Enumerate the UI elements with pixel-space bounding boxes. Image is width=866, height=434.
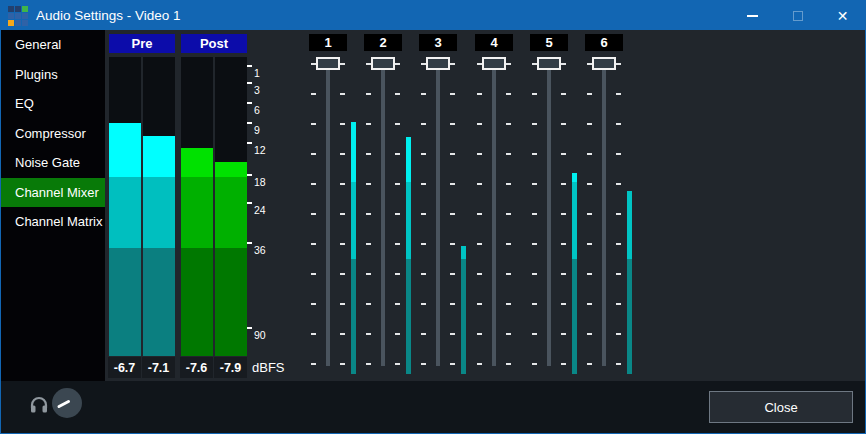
channel-header-1: 1: [309, 34, 347, 51]
channel-meter-segment: [461, 246, 466, 259]
channel-meter-segment: [627, 259, 632, 374]
slider-tick: [366, 153, 371, 155]
slider-tick: [421, 243, 426, 245]
close-window-button[interactable]: ✕: [820, 1, 865, 30]
headphones-volume-knob[interactable]: [52, 388, 82, 418]
slider-tick: [340, 243, 345, 245]
slider-tick: [421, 123, 426, 125]
sidebar-item-plugins[interactable]: Plugins: [1, 60, 105, 90]
slider-tick: [506, 93, 511, 95]
slider-tick: [421, 363, 426, 365]
slider-tick: [311, 123, 316, 125]
close-button[interactable]: Close: [709, 391, 853, 423]
channel-slider-track[interactable]: [602, 59, 606, 366]
slider-tick: [587, 153, 592, 155]
scale-tick: [247, 174, 252, 176]
channel-slider-handle[interactable]: [482, 57, 506, 70]
slider-tick: [366, 183, 371, 185]
scale-tick-label: 1: [254, 67, 260, 79]
slider-tick: [506, 183, 511, 185]
channel-slider-handle[interactable]: [426, 57, 450, 70]
slider-tick: [395, 63, 400, 65]
slider-tick: [450, 333, 455, 335]
slider-tick: [561, 333, 566, 335]
slider-tick: [506, 213, 511, 215]
minimize-button[interactable]: [730, 1, 775, 30]
sidebar-item-channel-matrix[interactable]: Channel Matrix: [1, 207, 105, 237]
headphones-icon[interactable]: [29, 394, 49, 414]
slider-tick: [506, 63, 511, 65]
channel-meter-segment: [351, 122, 356, 182]
channel-header-6: 6: [585, 34, 623, 51]
meter-unit-label: dBFS: [252, 360, 285, 375]
channel-header-2: 2: [364, 34, 402, 51]
meter-bar-segment: [109, 177, 141, 248]
slider-tick: [506, 363, 511, 365]
slider-tick: [587, 303, 592, 305]
channel-slider-handle[interactable]: [316, 57, 340, 70]
slider-tick: [506, 243, 511, 245]
slider-tick: [506, 333, 511, 335]
scale-tick: [247, 202, 252, 204]
sidebar-item-eq[interactable]: EQ: [1, 89, 105, 119]
slider-tick: [340, 273, 345, 275]
sidebar-item-compressor[interactable]: Compressor: [1, 119, 105, 149]
slider-tick: [395, 303, 400, 305]
sidebar-item-general[interactable]: General: [1, 30, 105, 60]
channel-slider-handle[interactable]: [537, 57, 561, 70]
slider-tick: [477, 213, 482, 215]
slider-tick: [395, 153, 400, 155]
meter-value: -7.6: [180, 357, 213, 378]
slider-tick: [395, 213, 400, 215]
channel-meter-segment: [572, 173, 577, 182]
channel-slider-handle[interactable]: [592, 57, 616, 70]
slider-tick: [366, 363, 371, 365]
scale-tick: [247, 242, 252, 244]
slider-tick: [587, 183, 592, 185]
slider-tick: [477, 93, 482, 95]
maximize-icon: [793, 11, 803, 21]
channel-meter-segment: [572, 182, 577, 259]
slider-tick: [395, 93, 400, 95]
app-logo-cell: [15, 20, 21, 26]
slider-tick: [450, 153, 455, 155]
channel-slider-track[interactable]: [326, 59, 330, 366]
minimize-icon: [747, 15, 758, 17]
slider-tick: [395, 123, 400, 125]
close-icon: ✕: [837, 9, 849, 23]
app-logo-cell: [22, 6, 28, 12]
scale-tick-label: 3: [254, 84, 260, 96]
slider-tick: [477, 123, 482, 125]
sidebar-item-channel-mixer[interactable]: Channel Mixer: [1, 178, 105, 208]
scale-tick-label: 18: [254, 176, 266, 188]
slider-tick: [421, 153, 426, 155]
slider-tick: [532, 153, 537, 155]
channel-slider-track[interactable]: [547, 59, 551, 366]
meter-bar-segment: [181, 177, 213, 248]
slider-tick: [477, 243, 482, 245]
sidebar-item-noise-gate[interactable]: Noise Gate: [1, 148, 105, 178]
slider-tick: [532, 123, 537, 125]
slider-tick: [616, 123, 621, 125]
scale-tick: [247, 65, 252, 67]
slider-tick: [450, 303, 455, 305]
meter-bar-segment: [215, 248, 247, 356]
slider-tick: [561, 153, 566, 155]
slider-tick: [311, 273, 316, 275]
scale-tick: [247, 82, 252, 84]
caption-buttons: ✕: [730, 1, 865, 30]
meter-bar-segment: [215, 162, 247, 177]
slider-tick: [311, 213, 316, 215]
channel-slider-handle[interactable]: [371, 57, 395, 70]
slider-tick: [532, 213, 537, 215]
channel-slider-track[interactable]: [381, 59, 385, 366]
channel-slider-track[interactable]: [436, 59, 440, 366]
slider-tick: [477, 153, 482, 155]
slider-tick: [587, 213, 592, 215]
slider-tick: [395, 273, 400, 275]
slider-tick: [506, 153, 511, 155]
slider-tick: [532, 183, 537, 185]
channel-meter-segment: [406, 259, 411, 374]
slider-tick: [587, 243, 592, 245]
channel-slider-track[interactable]: [492, 59, 496, 366]
